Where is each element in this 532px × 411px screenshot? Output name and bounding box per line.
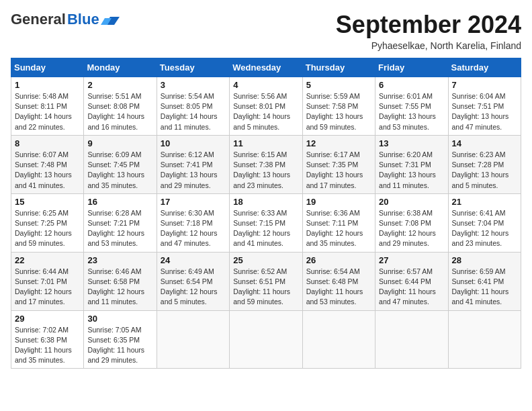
day-detail: Sunrise: 6:15 AMSunset: 7:38 PMDaylight:… bbox=[233, 150, 298, 191]
day-number: 4 bbox=[233, 80, 298, 90]
calendar-cell: 15Sunrise: 6:25 AMSunset: 7:25 PMDayligh… bbox=[11, 193, 84, 252]
day-number: 12 bbox=[306, 138, 371, 148]
calendar-table: SundayMondayTuesdayWednesdayThursdayFrid… bbox=[11, 58, 521, 369]
calendar-cell: 27Sunrise: 6:57 AMSunset: 6:44 PMDayligh… bbox=[375, 252, 448, 310]
month-title: September 2024 bbox=[336, 11, 521, 39]
day-number: 8 bbox=[15, 138, 80, 148]
calendar-cell: 24Sunrise: 6:49 AMSunset: 6:54 PMDayligh… bbox=[157, 252, 229, 310]
day-detail: Sunrise: 6:28 AMSunset: 7:21 PMDaylight:… bbox=[87, 208, 152, 249]
day-number: 30 bbox=[87, 314, 152, 324]
calendar-cell: 19Sunrise: 6:36 AMSunset: 7:11 PMDayligh… bbox=[302, 193, 375, 252]
calendar-cell: 9Sunrise: 6:09 AMSunset: 7:45 PMDaylight… bbox=[84, 135, 157, 193]
calendar-cell: 13Sunrise: 6:20 AMSunset: 7:31 PMDayligh… bbox=[375, 135, 448, 193]
logo-general: General bbox=[11, 11, 66, 28]
logo-icon bbox=[101, 13, 120, 26]
day-detail: Sunrise: 6:25 AMSunset: 7:25 PMDaylight:… bbox=[15, 208, 80, 249]
day-detail: Sunrise: 6:54 AMSunset: 6:48 PMDaylight:… bbox=[306, 267, 371, 308]
day-number: 24 bbox=[161, 255, 226, 265]
col-header-saturday: Saturday bbox=[448, 58, 521, 77]
calendar-cell: 6Sunrise: 6:01 AMSunset: 7:55 PMDaylight… bbox=[375, 77, 448, 136]
day-detail: Sunrise: 6:57 AMSunset: 6:44 PMDaylight:… bbox=[379, 267, 444, 308]
day-detail: Sunrise: 6:36 AMSunset: 7:11 PMDaylight:… bbox=[306, 208, 371, 249]
calendar-week-3: 15Sunrise: 6:25 AMSunset: 7:25 PMDayligh… bbox=[11, 193, 521, 252]
calendar-cell: 12Sunrise: 6:17 AMSunset: 7:35 PMDayligh… bbox=[302, 135, 375, 193]
day-detail: Sunrise: 6:33 AMSunset: 7:15 PMDaylight:… bbox=[233, 208, 298, 249]
day-detail: Sunrise: 6:17 AMSunset: 7:35 PMDaylight:… bbox=[306, 150, 371, 191]
calendar-cell: 11Sunrise: 6:15 AMSunset: 7:38 PMDayligh… bbox=[230, 135, 302, 193]
day-number: 27 bbox=[379, 255, 444, 265]
day-detail: Sunrise: 5:48 AMSunset: 8:11 PMDaylight:… bbox=[15, 91, 80, 132]
day-number: 5 bbox=[306, 80, 371, 90]
calendar-cell bbox=[230, 310, 302, 369]
location-subtitle: Pyhaeselkae, North Karelia, Finland bbox=[336, 40, 521, 51]
calendar-cell: 26Sunrise: 6:54 AMSunset: 6:48 PMDayligh… bbox=[302, 252, 375, 310]
calendar-cell: 28Sunrise: 6:59 AMSunset: 6:41 PMDayligh… bbox=[448, 252, 521, 310]
calendar-week-1: 1Sunrise: 5:48 AMSunset: 8:11 PMDaylight… bbox=[11, 77, 521, 136]
day-number: 26 bbox=[306, 255, 371, 265]
calendar-cell: 29Sunrise: 7:02 AMSunset: 6:38 PMDayligh… bbox=[11, 310, 84, 369]
day-detail: Sunrise: 6:46 AMSunset: 6:58 PMDaylight:… bbox=[87, 267, 152, 308]
calendar-cell: 23Sunrise: 6:46 AMSunset: 6:58 PMDayligh… bbox=[84, 252, 157, 310]
day-number: 19 bbox=[306, 197, 371, 207]
day-number: 18 bbox=[233, 197, 298, 207]
day-detail: Sunrise: 6:04 AMSunset: 7:51 PMDaylight:… bbox=[452, 91, 517, 132]
calendar-cell: 16Sunrise: 6:28 AMSunset: 7:21 PMDayligh… bbox=[84, 193, 157, 252]
day-detail: Sunrise: 6:41 AMSunset: 7:04 PMDaylight:… bbox=[452, 208, 517, 249]
calendar-cell: 17Sunrise: 6:30 AMSunset: 7:18 PMDayligh… bbox=[157, 193, 229, 252]
day-detail: Sunrise: 6:01 AMSunset: 7:55 PMDaylight:… bbox=[379, 91, 444, 132]
col-header-thursday: Thursday bbox=[302, 58, 375, 77]
day-number: 22 bbox=[15, 255, 80, 265]
col-header-tuesday: Tuesday bbox=[157, 58, 229, 77]
calendar-cell: 5Sunrise: 5:59 AMSunset: 7:58 PMDaylight… bbox=[302, 77, 375, 136]
day-number: 16 bbox=[87, 197, 152, 207]
calendar-cell: 21Sunrise: 6:41 AMSunset: 7:04 PMDayligh… bbox=[448, 193, 521, 252]
day-number: 7 bbox=[452, 80, 517, 90]
page-header: General Blue September 2024 Pyhaeselkae,… bbox=[11, 11, 521, 51]
day-detail: Sunrise: 5:54 AMSunset: 8:05 PMDaylight:… bbox=[161, 91, 226, 132]
day-number: 10 bbox=[161, 138, 226, 148]
day-detail: Sunrise: 5:51 AMSunset: 8:08 PMDaylight:… bbox=[87, 91, 152, 132]
day-detail: Sunrise: 7:05 AMSunset: 6:35 PMDaylight:… bbox=[87, 325, 152, 366]
day-detail: Sunrise: 6:59 AMSunset: 6:41 PMDaylight:… bbox=[452, 267, 517, 308]
calendar-cell bbox=[157, 310, 229, 369]
day-number: 17 bbox=[161, 197, 226, 207]
calendar-header: SundayMondayTuesdayWednesdayThursdayFrid… bbox=[11, 58, 521, 77]
calendar-cell: 18Sunrise: 6:33 AMSunset: 7:15 PMDayligh… bbox=[230, 193, 302, 252]
calendar-week-2: 8Sunrise: 6:07 AMSunset: 7:48 PMDaylight… bbox=[11, 135, 521, 193]
day-detail: Sunrise: 6:07 AMSunset: 7:48 PMDaylight:… bbox=[15, 150, 80, 191]
logo-blue: Blue bbox=[67, 11, 99, 28]
calendar-cell: 1Sunrise: 5:48 AMSunset: 8:11 PMDaylight… bbox=[11, 77, 84, 136]
day-number: 13 bbox=[379, 138, 444, 148]
day-number: 1 bbox=[15, 80, 80, 90]
day-detail: Sunrise: 6:38 AMSunset: 7:08 PMDaylight:… bbox=[379, 208, 444, 249]
day-number: 3 bbox=[161, 80, 226, 90]
day-detail: Sunrise: 5:56 AMSunset: 8:01 PMDaylight:… bbox=[233, 91, 298, 132]
day-number: 28 bbox=[452, 255, 517, 265]
col-header-friday: Friday bbox=[375, 58, 448, 77]
calendar-week-5: 29Sunrise: 7:02 AMSunset: 6:38 PMDayligh… bbox=[11, 310, 521, 369]
title-block: September 2024 Pyhaeselkae, North Kareli… bbox=[336, 11, 521, 51]
calendar-cell: 8Sunrise: 6:07 AMSunset: 7:48 PMDaylight… bbox=[11, 135, 84, 193]
day-number: 21 bbox=[452, 197, 517, 207]
day-detail: Sunrise: 6:52 AMSunset: 6:51 PMDaylight:… bbox=[233, 267, 298, 308]
calendar-cell: 4Sunrise: 5:56 AMSunset: 8:01 PMDaylight… bbox=[230, 77, 302, 136]
day-number: 15 bbox=[15, 197, 80, 207]
calendar-cell: 20Sunrise: 6:38 AMSunset: 7:08 PMDayligh… bbox=[375, 193, 448, 252]
header-row: SundayMondayTuesdayWednesdayThursdayFrid… bbox=[11, 58, 521, 77]
day-detail: Sunrise: 6:12 AMSunset: 7:41 PMDaylight:… bbox=[161, 150, 226, 191]
col-header-monday: Monday bbox=[84, 58, 157, 77]
day-detail: Sunrise: 6:20 AMSunset: 7:31 PMDaylight:… bbox=[379, 150, 444, 191]
calendar-cell: 25Sunrise: 6:52 AMSunset: 6:51 PMDayligh… bbox=[230, 252, 302, 310]
calendar-week-4: 22Sunrise: 6:44 AMSunset: 7:01 PMDayligh… bbox=[11, 252, 521, 310]
col-header-wednesday: Wednesday bbox=[230, 58, 302, 77]
day-detail: Sunrise: 6:44 AMSunset: 7:01 PMDaylight:… bbox=[15, 267, 80, 308]
calendar-cell bbox=[448, 310, 521, 369]
calendar-cell: 7Sunrise: 6:04 AMSunset: 7:51 PMDaylight… bbox=[448, 77, 521, 136]
day-number: 25 bbox=[233, 255, 298, 265]
calendar-cell: 10Sunrise: 6:12 AMSunset: 7:41 PMDayligh… bbox=[157, 135, 229, 193]
calendar-cell: 2Sunrise: 5:51 AMSunset: 8:08 PMDaylight… bbox=[84, 77, 157, 136]
calendar-cell bbox=[375, 310, 448, 369]
day-detail: Sunrise: 6:23 AMSunset: 7:28 PMDaylight:… bbox=[452, 150, 517, 191]
logo: General Blue bbox=[11, 11, 120, 28]
day-detail: Sunrise: 6:49 AMSunset: 6:54 PMDaylight:… bbox=[161, 267, 226, 308]
